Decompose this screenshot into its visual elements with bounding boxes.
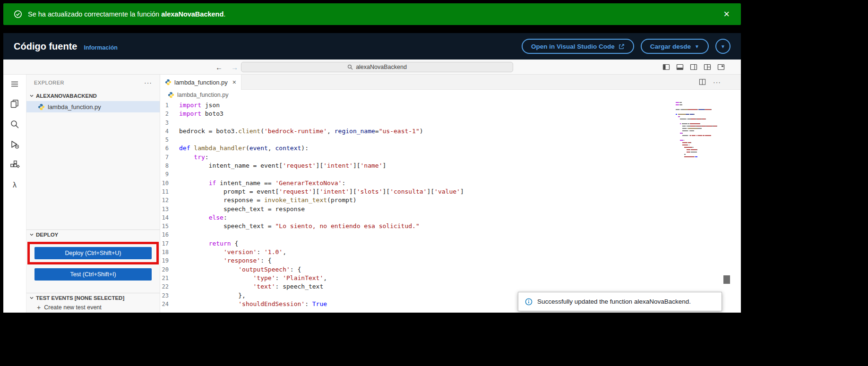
create-test-event-label: Create new test event (44, 304, 102, 311)
explorer-files-icon[interactable] (9, 99, 20, 109)
tab-close-icon[interactable]: × (232, 78, 236, 86)
lambda-code-editor-window: Código fuente Información Open in Visual… (3, 33, 741, 313)
code-line: 15 speech_text = "Lo siento, no entiendo… (160, 222, 684, 230)
chevron-down-icon (29, 296, 34, 300)
code-line: 17 return { (160, 239, 684, 248)
code-line: 10 if intent_name == 'GenerarTextoNova': (160, 179, 684, 187)
test-events-section: TEST EVENTS [NONE SELECTED] + Create new… (26, 293, 160, 313)
code-line: 14 else: (160, 213, 684, 222)
code-line: 16 (160, 230, 684, 239)
toast-notification: Successfully updated the function alexaN… (518, 292, 722, 311)
header-actions: Open in Visual Studio Code Cargar desde … (522, 39, 730, 54)
deploy-highlight-frame: Deploy (Ctrl+Shift+U) (27, 242, 159, 264)
code-line: 18 'version': '1.0', (160, 248, 684, 256)
file-name-label: lambda_function.py (48, 103, 101, 111)
code-line: 4bedrock = boto3.client('bedrock-runtime… (160, 127, 684, 136)
explorer-title: EXPLORER (34, 80, 64, 85)
test-button[interactable]: Test (Ctrl+Shift+I) (34, 268, 152, 281)
editor-tabbar: lambda_function.py × ··· (160, 75, 741, 90)
code-line: 21 'type': 'PlainText', (160, 274, 684, 282)
code-line: 1import json (160, 101, 684, 110)
svg-text:λ: λ (13, 181, 17, 189)
code-line: 8 intent_name = event['request']['intent… (160, 162, 684, 170)
panel-bottom-icon[interactable] (676, 63, 684, 71)
back-arrow[interactable]: ← (215, 63, 223, 71)
file-item-lambda-function[interactable]: lambda_function.py (26, 101, 160, 112)
python-icon (38, 103, 45, 111)
split-editor-icon[interactable] (699, 78, 706, 85)
console-header: Código fuente Información Open in Visual… (3, 33, 741, 60)
more-actions-icon[interactable]: ··· (144, 79, 152, 86)
deploy-section-header[interactable]: DEPLOY (26, 230, 160, 239)
code-line: 20 'outputSpeech': { (160, 265, 684, 274)
explorer-header: EXPLORER ··· (26, 75, 160, 91)
code-line: 6def lambda_handler(event, context): (160, 144, 684, 153)
deploy-button[interactable]: Deploy (Ctrl+Shift+U) (34, 247, 152, 259)
external-link-icon (619, 43, 625, 50)
code-line: 3 (160, 119, 684, 127)
forward-arrow[interactable]: → (231, 63, 238, 71)
breadcrumb[interactable]: lambda_function.py (160, 90, 741, 100)
success-banner: Se ha actualizado correctamente la funci… (3, 3, 741, 25)
vscode-editor: ← → alexaNovaBackend (3, 60, 741, 313)
tab-label: lambda_function.py (174, 79, 228, 86)
root-folder-label: ALEXANOVABACKEND (36, 93, 97, 99)
explorer-panel: EXPLORER ··· ALEXANOVABACKEND lambda_fun… (26, 75, 160, 313)
python-icon (165, 79, 172, 85)
search-icon (347, 64, 353, 70)
panel-left-icon[interactable] (662, 63, 670, 71)
activity-bar: λ (3, 75, 26, 313)
tree-root-folder[interactable]: ALEXANOVABACKEND (26, 91, 160, 101)
editor-main: lambda_function.py × ··· lambda_function… (160, 75, 741, 313)
load-from-button[interactable]: Cargar desde ▼ (641, 39, 709, 54)
python-icon (168, 92, 174, 98)
plus-icon: + (37, 304, 41, 311)
toast-message: Successfully updated the function alexaN… (537, 298, 691, 305)
code-line: 11 prompt = event['request']['intent']['… (160, 187, 684, 196)
page-title: Código fuente (14, 41, 77, 52)
layout-grid-icon[interactable] (704, 63, 711, 71)
history-nav: ← → (215, 60, 238, 75)
tab-actions: ··· (699, 75, 741, 89)
search-value: alexaNovaBackend (356, 64, 407, 70)
code-editor[interactable]: 1import json2import boto334bedrock = bot… (160, 100, 741, 313)
aws-lambda-icon[interactable]: λ (10, 180, 19, 189)
deploy-section-label: DEPLOY (36, 232, 58, 238)
customize-layout-icon[interactable] (717, 63, 725, 71)
panel-right-icon[interactable] (690, 63, 697, 71)
check-circle-icon (14, 10, 22, 18)
more-menu-button[interactable]: ▼ (715, 39, 730, 54)
deploy-section: DEPLOY Deploy (Ctrl+Shift+U) Test (Ctrl+… (26, 230, 160, 281)
layout-controls (662, 60, 725, 75)
code-line: 19 'response': { (160, 256, 684, 265)
scrollbar-thumb[interactable] (723, 275, 730, 284)
code-line: 22 'text': speech_text (160, 282, 684, 291)
test-events-label: TEST EVENTS [NONE SELECTED] (36, 295, 124, 301)
tab-more-icon[interactable]: ··· (713, 78, 721, 86)
info-link[interactable]: Información (84, 44, 118, 51)
open-vsc-button[interactable]: Open in Visual Studio Code (522, 39, 634, 54)
run-debug-icon[interactable] (9, 139, 20, 150)
banner-close-button[interactable]: × (722, 9, 730, 19)
test-events-header[interactable]: TEST EVENTS [NONE SELECTED] (26, 293, 160, 302)
chevron-down-icon: ▼ (695, 44, 699, 49)
editor-body: λ EXPLORER ··· ALEXANOVABACKEND lambda_f… (3, 75, 741, 313)
info-icon (525, 298, 533, 306)
extensions-icon[interactable] (9, 160, 20, 170)
search-input[interactable]: alexaNovaBackend (241, 62, 513, 72)
banner-function-name: alexaNovaBackend (161, 10, 223, 18)
tab-lambda-function[interactable]: lambda_function.py × (160, 75, 241, 90)
create-test-event-button[interactable]: + Create new test event (26, 302, 160, 313)
code-line: 2import boto3 (160, 110, 684, 118)
code-line: 9 (160, 170, 684, 179)
banner-message: Se ha actualizado correctamente la funci… (28, 10, 225, 18)
code-line: 12 response = invoke_titan_text(prompt) (160, 196, 684, 204)
chevron-down-icon: ▼ (721, 44, 725, 49)
hamburger-menu-icon[interactable] (10, 79, 19, 89)
breadcrumb-file: lambda_function.py (177, 92, 228, 98)
minimap[interactable] (676, 102, 721, 159)
code-line: 7 try: (160, 153, 684, 162)
search-sidebar-icon[interactable] (9, 119, 20, 129)
chevron-down-icon (29, 232, 34, 237)
code-line: 13 speech_text = response (160, 205, 684, 213)
